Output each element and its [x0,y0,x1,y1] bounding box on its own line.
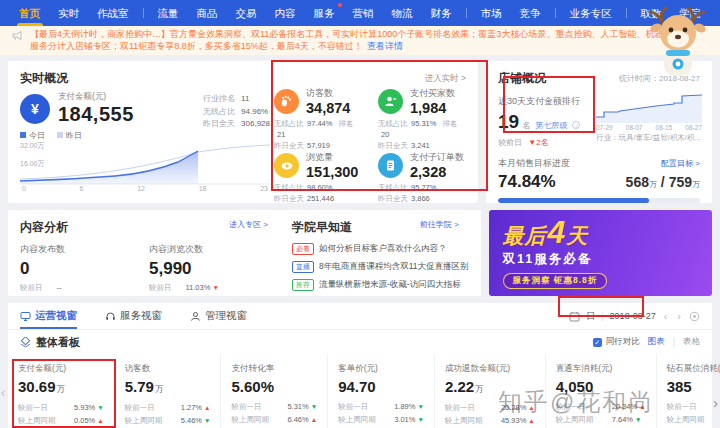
nav-item-warroom[interactable]: 作战室 [88,0,138,26]
carousel-next-arrow[interactable]: › [713,394,718,411]
tile-label: 浏览量 [306,151,358,164]
metric-value: 0 [20,259,149,279]
board-header: 整体看板 ✓ 同行对比 图表 | 表格 [8,330,712,354]
nav-item-finance[interactable]: 财务 [422,0,461,26]
date-mode[interactable]: 日 [586,310,595,323]
nav-item-trade[interactable]: 交易 [227,0,266,26]
buyer-icon [378,89,403,114]
enter-zone-link[interactable]: 进入专区 > [229,219,268,236]
metric-card-conversion[interactable]: 支付转化率 5.60% 较前一日5.31%▼ 较上周同期6.46%▲ [220,354,327,428]
academy-item-text: 8年电商直播课程均含双11大促直播区别 [319,261,469,273]
trend-arrow: ▼ [212,284,218,291]
chart-view-toggle[interactable]: 图表 [648,336,665,348]
prev-date-arrow[interactable]: ‹ [662,310,670,322]
academy-tag: 直播 [292,261,314,273]
configure-target-link[interactable]: 配置目标 > [661,158,700,169]
metric-card-payment[interactable]: 支付金额(元) 30.69万 较前一日5.93%▼ 较上周同期0.05%▲ [8,354,114,428]
banner-headline: 最后4天 [503,218,712,250]
next-date-arrow[interactable]: › [675,310,683,322]
legend-today: 今日 [29,131,45,140]
tab-service-view[interactable]: 服务视窗 [105,303,162,329]
peer-compare-checkbox[interactable]: ✓ [593,338,602,347]
nav-item-realtime[interactable]: 实时 [49,0,88,26]
tile-substats: 无线占比97.44%排名21 昨日全天57,919 [274,118,368,151]
trend-arrow: ▲ [311,414,317,427]
tile-substats: 无线占比95.27% 昨日全天3,866 [378,182,472,204]
metric-label: 支付金额(元) [18,363,104,375]
goto-academy-link[interactable]: 前往学院 > [420,219,459,236]
y-tick: 16.00万 [20,159,45,169]
payment-amount-label: 支付金额(元) [58,91,134,103]
realtime-area-chart [20,143,270,185]
tab-label: 管理视窗 [205,309,247,323]
megaphone-icon [12,30,23,41]
academy-item[interactable]: 直播8年电商直播课程均含双11大促直播区别 [292,261,469,273]
metric-value: 385 [667,378,692,395]
side-stat-value: 11 [241,94,249,103]
nav-item-competition[interactable]: 竞争 [511,0,550,26]
metric-card-diamond[interactable]: 钻石展位消耗(元) 385 较前一日20.18%▲ 较上周同期1.09%▲ [656,354,720,428]
target-progress-pct: 74.84% [498,172,556,192]
calendar-icon[interactable] [569,311,580,322]
realtime-chart-area: ¥ 支付金额(元) 184,555 行业排名11 无线占比94.96% 昨日全天… [20,91,270,203]
nav-item-market[interactable]: 市场 [472,0,511,26]
tab-label: 运营视窗 [35,309,77,323]
shop-overview-card: 店铺概况 统计时间：2018-08-27 近30天支付金额排行 19 名 第七层… [486,61,712,203]
content-analysis-card: 内容分析 进入专区 > 内容发布数 0 较前日-- 内容浏览次数 5,990 较… [8,210,481,296]
tile-pageviews[interactable]: 浏览量 151,300 无线占比98.60% 昨日全天251,446 [274,151,368,204]
tile-pay-buyers[interactable]: 支付买家数 1,984 无线占比95.31%排名20 昨日全天3,241 [378,87,472,151]
side-stat-label: 行业排名 [203,94,235,103]
academy-item[interactable]: 必看如何分析目标客户喜欢什么内容？ [292,243,469,255]
date-value[interactable]: 2018-08-27 [610,311,656,321]
academy-item-text: 流量纵横新增来源-收藏-访问四大指标 [319,279,461,291]
legend-yesterday: 昨日 [66,131,82,140]
metric-label: 支付转化率 [231,363,317,375]
view-tabs-bar: 运营视窗 服务视窗 管理视窗 日 | 2018-08-27 ‹ › [8,303,712,330]
tile-visitors[interactable]: 访客数 34,874 无线占比97.44%排名21 昨日全天57,919 [274,87,368,151]
trend-arrow: ▼ [311,401,317,414]
nav-item-logistics[interactable]: 物流 [383,0,422,26]
settings-icon[interactable] [689,311,700,322]
sales-target-label: 本月销售目标进度 [498,157,570,170]
chart-legend: 今日 昨日 [20,130,270,141]
metric-card-avg-order[interactable]: 客单价(元) 94.70 较前一日1.89%▼ 较上周同期3.01%▼ [327,354,434,428]
trend-arrow: ▼ [204,415,210,428]
tab-operations-view[interactable]: 运营视窗 [20,303,77,329]
enter-realtime-link[interactable]: 进入实时 > [425,73,466,85]
promo-banner[interactable]: 最后4天 双11服务必备 服务洞察 钜惠8.8折 [489,210,712,296]
nav-item-goods[interactable]: 商品 [188,0,227,26]
info-icon[interactable]: i [572,121,580,129]
tile-pay-suborders[interactable]: 支付子订单数 2,328 无线占比95.27% 昨日全天3,866 [378,151,472,204]
realtime-title: 实时概况 [20,70,68,87]
notification-dot [338,3,342,7]
tab-management-view[interactable]: 管理视窗 [190,303,247,329]
nav-item-home[interactable]: 首页 [10,0,49,26]
rank-change: ▼2名 [528,138,548,147]
nav-item-traffic[interactable]: 流量 [149,0,188,26]
metric-value: 5,990 [149,259,278,279]
metric-card-visitors[interactable]: 访客数 5.79万 较前一日1.27%▲ 较上周同期5.46%▼ [114,354,221,428]
banner-subtitle: 双11服务必备 [503,251,712,268]
metric-label: 直通车消耗(元) [556,363,646,375]
carousel-prev-arrow[interactable]: ‹ [1,386,5,400]
yen-icon: ¥ [20,94,50,124]
announcement-detail-link[interactable]: 查看详情 [367,41,403,51]
academy-item[interactable]: 推荐流量纵横新增来源-收藏-访问四大指标 [292,279,469,291]
nav-item-label: 服务 [314,7,335,19]
nav-item-marketing[interactable]: 营销 [344,0,383,26]
academy-title: 学院早知道 [292,219,352,236]
top-navbar: 首页 实时 作战室 流量 商品 交易 内容 服务 营销 物流 财务 市场 竞争 … [0,0,720,26]
nav-item-service[interactable]: 服务 [305,0,344,26]
nav-item-bizzone[interactable]: 业务专区 [561,0,621,26]
board-title: 整体看板 [36,335,80,350]
metric-unit: 万 [475,384,484,396]
metric-value: 5.79 [125,378,154,395]
metric-unit: 万 [57,384,66,396]
academy-tag: 必看 [292,243,314,255]
metric-value: 2.22 [445,378,474,395]
table-view-toggle[interactable]: 表格 [683,336,700,348]
content-title: 内容分析 [20,219,68,236]
trend-arrow: ▼ [417,401,423,414]
nav-item-content[interactable]: 内容 [266,0,305,26]
metric-unit: 万 [155,384,164,396]
